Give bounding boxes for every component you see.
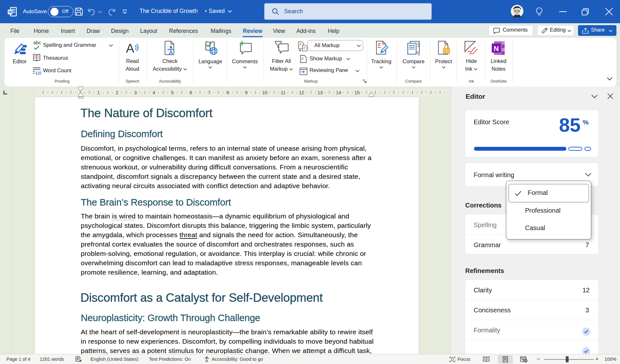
svg-text:9: 9 <box>245 90 247 95</box>
svg-text:2: 2 <box>116 90 118 95</box>
svg-text:3: 3 <box>134 90 137 95</box>
svg-text:N: N <box>494 45 499 53</box>
svg-text:12: 12 <box>299 90 304 95</box>
svg-text:5: 5 <box>171 90 174 95</box>
svg-text:1: 1 <box>97 90 100 95</box>
svg-text:123: 123 <box>35 71 41 75</box>
svg-text:7: 7 <box>208 90 211 95</box>
svg-text:A: A <box>126 42 134 55</box>
svg-text:14: 14 <box>336 90 341 95</box>
svg-text:10: 10 <box>262 90 267 95</box>
svg-text:8: 8 <box>226 90 229 95</box>
svg-text:15: 15 <box>354 90 360 95</box>
svg-text:13: 13 <box>318 90 323 95</box>
svg-text:abc: abc <box>33 40 41 45</box>
svg-text:W: W <box>8 10 12 14</box>
svg-text:4: 4 <box>152 90 155 95</box>
svg-text:11: 11 <box>281 90 286 95</box>
svg-text:6: 6 <box>190 90 192 95</box>
